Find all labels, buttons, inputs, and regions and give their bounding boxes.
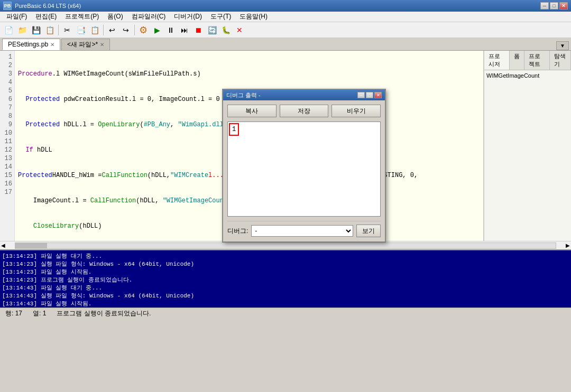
app-title: PureBasic 6.04 LTS (x64): [15, 3, 81, 9]
line-numbers: 1 2 3 4 5 6 7 8 9 10 11 12 13 14 15 16 1…: [0, 51, 15, 241]
dialog-restore-btn[interactable]: □: [366, 92, 373, 98]
step-over-button[interactable]: ⏭: [178, 24, 191, 36]
output-line-3: [13:14:23] 프로그램 실행이 종료되었습니다.: [2, 276, 569, 284]
tab-newfile-label: <새 파일>*: [67, 40, 98, 49]
output-line-4: [13:14:43] 파일 실행 대기 중...: [2, 284, 569, 292]
status-row: 행: 17: [5, 309, 22, 318]
output-line-0: [13:14:23] 파일 실행 대기 중...: [2, 253, 569, 260]
tab-dropdown[interactable]: ▼: [556, 41, 569, 50]
menu-tools[interactable]: 도구(T): [206, 11, 235, 22]
output-line-1: [13:14:23] 실행 파일 형식: Windows - x64 (64bi…: [2, 260, 569, 268]
code-line-1: Procedure.l WIMGetImageCount(sWimFileFul…: [18, 70, 480, 78]
debug-output-value: 1: [229, 123, 239, 136]
cut-button[interactable]: ✂: [61, 24, 73, 36]
copy-button[interactable]: 복사: [227, 105, 277, 117]
status-bar: 행: 17 열: 1 프로그램 실행이 종료되었습니다.: [0, 307, 571, 319]
menu-debugger[interactable]: 디버거(D): [170, 11, 206, 22]
procedure-name: WIMGetImageCount: [486, 72, 569, 79]
save-button[interactable]: 저장: [280, 105, 329, 117]
dialog-close-btn[interactable]: ✕: [374, 92, 382, 98]
open-button[interactable]: 📁: [16, 24, 29, 36]
toolbar-btn4[interactable]: 📋: [43, 24, 56, 36]
title-bar: PB PureBasic 6.04 LTS (x64) ─ □ ✕: [0, 0, 571, 12]
copy-button[interactable]: 📑: [75, 24, 87, 36]
menu-bar: 파일(F) 편집(E) 프로젝트(P) 폼(O) 컴파일러(C) 디버거(D) …: [0, 12, 571, 22]
rp-tab-procedure[interactable]: 프로시저: [484, 51, 510, 70]
dialog-minimize-btn[interactable]: ─: [357, 92, 365, 98]
new-button[interactable]: 📄: [2, 24, 15, 36]
menu-compiler[interactable]: 컴파일러(C): [127, 11, 170, 22]
toolbar-sep1: [58, 25, 59, 35]
output-line-6: [13:14:43] 파일 실행 시작됨.: [2, 300, 569, 307]
right-panel-tabs: 프로시저 폼 프로젝트 탐색기: [484, 51, 571, 70]
output-line-2: [13:14:23] 파일 실행 시작됨.: [2, 268, 569, 276]
paste-button[interactable]: 📋: [88, 24, 101, 36]
menu-help[interactable]: 도움말(H): [235, 11, 272, 22]
dialog-body: 복사 저장 비우기 1 디버그: - 보기: [223, 100, 385, 241]
debug-select[interactable]: -: [251, 225, 353, 237]
toolbar-sep2: [103, 25, 104, 35]
toolbar-sep3: [134, 25, 135, 35]
kill-button[interactable]: ✕: [233, 24, 246, 36]
restart-button[interactable]: 🔄: [206, 24, 218, 36]
title-bar-buttons: ─ □ ✕: [540, 2, 568, 10]
rp-tab-project[interactable]: 프로젝트: [524, 51, 550, 70]
scroll-track[interactable]: [15, 242, 556, 249]
dialog-title-text: 디버그 출력 -: [226, 91, 261, 99]
run-button[interactable]: ▶: [151, 24, 163, 36]
close-button[interactable]: ✕: [559, 2, 568, 10]
scroll-right-btn[interactable]: ▶: [565, 242, 571, 248]
dialog-action-buttons: 복사 저장 비우기: [227, 105, 381, 117]
scroll-thumb[interactable]: [15, 243, 47, 248]
debug-btn[interactable]: 🐛: [219, 24, 232, 36]
toolbar: 📄 📁 💾 📋 ✂ 📑 📋 ↩ ↪ ⚙ ▶ ⏸ ⏭ ⏹ 🔄 🐛 ✕: [0, 22, 571, 38]
tab-bar: PESettings.pb ✕ <새 파일>* ✕ ▼: [0, 38, 571, 51]
compile-button[interactable]: ⚙: [137, 24, 150, 36]
tab-newfile-close[interactable]: ✕: [100, 42, 104, 48]
maximize-button[interactable]: □: [550, 2, 558, 10]
scroll-left-btn[interactable]: ◀: [0, 242, 6, 248]
tab-pesettings-label: PESettings.pb: [8, 41, 48, 48]
undo-button[interactable]: ↩: [106, 24, 118, 36]
tab-newfile[interactable]: <새 파일>* ✕: [61, 39, 110, 50]
status-col: 열: 1: [33, 309, 46, 318]
dialog-bottom-row: 디버그: - 보기: [227, 225, 381, 237]
stop-button[interactable]: ⏹: [192, 24, 205, 36]
output-panel: [13:14:23] 파일 실행 대기 중... [13:14:23] 실행 파…: [0, 249, 571, 307]
dialog-title-buttons: ─ □ ✕: [357, 92, 382, 98]
app-icon: PB: [3, 2, 12, 10]
tab-pesettings-close[interactable]: ✕: [50, 42, 54, 48]
step-button[interactable]: ⏸: [164, 24, 177, 36]
dialog-separator: [227, 221, 381, 221]
view-button[interactable]: 보기: [356, 225, 381, 237]
rp-tab-explorer[interactable]: 탐색기: [550, 51, 571, 70]
debug-dialog: 디버그 출력 - ─ □ ✕ 복사 저장 비우기 1 디버그: -: [222, 89, 386, 242]
redo-button[interactable]: ↪: [119, 24, 132, 36]
title-bar-left: PB PureBasic 6.04 LTS (x64): [3, 2, 81, 10]
dialog-title-bar: 디버그 출력 - ─ □ ✕: [223, 90, 385, 100]
right-panel-content: WIMGetImageCount: [484, 70, 571, 81]
debug-output-area[interactable]: 1: [227, 122, 381, 217]
clear-button[interactable]: 비우기: [331, 105, 381, 117]
rp-tab-form[interactable]: 폼: [510, 51, 524, 70]
menu-form[interactable]: 폼(O): [103, 11, 127, 22]
menu-edit[interactable]: 편집(E): [31, 11, 61, 22]
right-panel: 프로시저 폼 프로젝트 탐색기 WIMGetImageCount: [484, 51, 571, 241]
minimize-button[interactable]: ─: [540, 2, 549, 10]
debug-label: 디버그:: [227, 227, 248, 236]
status-message: 프로그램 실행이 종료되었습니다.: [57, 309, 151, 318]
output-line-5: [13:14:43] 실행 파일 형식: Windows - x64 (64bi…: [2, 292, 569, 300]
menu-file[interactable]: 파일(F): [2, 11, 31, 22]
save-button[interactable]: 💾: [30, 24, 42, 36]
tab-pesettings[interactable]: PESettings.pb ✕: [2, 39, 60, 50]
menu-project[interactable]: 프로젝트(P): [61, 11, 103, 22]
